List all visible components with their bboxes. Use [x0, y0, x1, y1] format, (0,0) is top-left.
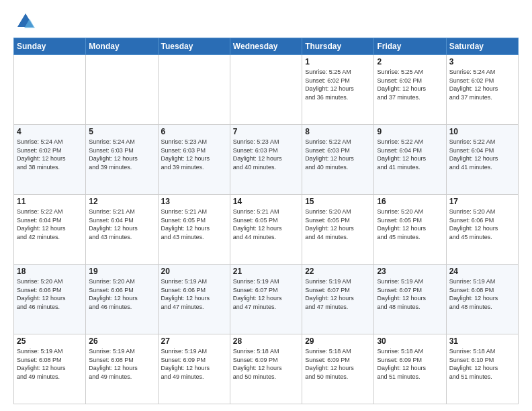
day-info: Sunrise: 5:19 AM Sunset: 6:07 PM Dayligh… — [233, 277, 299, 311]
calendar-cell: 18Sunrise: 5:20 AM Sunset: 6:06 PM Dayli… — [14, 265, 86, 334]
calendar-cell: 9Sunrise: 5:22 AM Sunset: 6:04 PM Daylig… — [374, 125, 446, 195]
weekday-header-sunday: Sunday — [14, 38, 86, 55]
day-info: Sunrise: 5:20 AM Sunset: 6:06 PM Dayligh… — [89, 277, 154, 311]
day-info: Sunrise: 5:20 AM Sunset: 6:06 PM Dayligh… — [17, 277, 83, 311]
calendar-cell: 3Sunrise: 5:24 AM Sunset: 6:02 PM Daylig… — [446, 55, 518, 125]
day-number: 22 — [305, 267, 371, 276]
weekday-header-saturday: Saturday — [446, 38, 518, 55]
day-number: 15 — [305, 197, 371, 206]
day-info: Sunrise: 5:19 AM Sunset: 6:06 PM Dayligh… — [161, 277, 227, 311]
day-number: 30 — [377, 336, 443, 346]
calendar-cell: 21Sunrise: 5:19 AM Sunset: 6:07 PM Dayli… — [230, 265, 302, 334]
week-row-4: 18Sunrise: 5:20 AM Sunset: 6:06 PM Dayli… — [14, 265, 519, 334]
day-number: 25 — [17, 336, 83, 346]
calendar-cell: 8Sunrise: 5:22 AM Sunset: 6:03 PM Daylig… — [302, 125, 374, 195]
day-number: 5 — [89, 127, 154, 136]
week-row-5: 25Sunrise: 5:19 AM Sunset: 6:08 PM Dayli… — [14, 334, 519, 404]
day-number: 27 — [161, 336, 227, 346]
day-info: Sunrise: 5:20 AM Sunset: 6:06 PM Dayligh… — [449, 208, 515, 241]
day-number: 14 — [233, 197, 299, 206]
day-info: Sunrise: 5:21 AM Sunset: 6:04 PM Dayligh… — [89, 208, 154, 241]
calendar-cell: 11Sunrise: 5:22 AM Sunset: 6:04 PM Dayli… — [14, 195, 86, 265]
calendar-cell: 7Sunrise: 5:23 AM Sunset: 6:03 PM Daylig… — [230, 125, 302, 195]
day-number: 2 — [377, 57, 443, 66]
day-number: 23 — [377, 267, 443, 276]
day-info: Sunrise: 5:21 AM Sunset: 6:05 PM Dayligh… — [233, 208, 299, 241]
weekday-header-monday: Monday — [86, 38, 158, 55]
day-info: Sunrise: 5:18 AM Sunset: 6:09 PM Dayligh… — [233, 347, 299, 381]
calendar-cell: 31Sunrise: 5:18 AM Sunset: 6:10 PM Dayli… — [446, 334, 518, 404]
day-info: Sunrise: 5:24 AM Sunset: 6:02 PM Dayligh… — [449, 68, 515, 101]
day-number: 19 — [89, 267, 154, 276]
calendar-cell — [14, 55, 86, 125]
day-info: Sunrise: 5:19 AM Sunset: 6:07 PM Dayligh… — [305, 277, 371, 311]
day-number: 4 — [17, 127, 83, 136]
calendar-cell: 12Sunrise: 5:21 AM Sunset: 6:04 PM Dayli… — [86, 195, 158, 265]
week-row-2: 4Sunrise: 5:24 AM Sunset: 6:02 PM Daylig… — [14, 125, 519, 195]
day-info: Sunrise: 5:23 AM Sunset: 6:03 PM Dayligh… — [233, 138, 299, 171]
day-info: Sunrise: 5:25 AM Sunset: 6:02 PM Dayligh… — [377, 68, 443, 101]
weekday-header-thursday: Thursday — [302, 38, 374, 55]
calendar-cell: 19Sunrise: 5:20 AM Sunset: 6:06 PM Dayli… — [86, 265, 158, 334]
weekday-header-row: SundayMondayTuesdayWednesdayThursdayFrid… — [14, 38, 519, 55]
day-number: 17 — [449, 197, 515, 206]
day-info: Sunrise: 5:25 AM Sunset: 6:02 PM Dayligh… — [305, 68, 371, 101]
calendar-cell: 22Sunrise: 5:19 AM Sunset: 6:07 PM Dayli… — [302, 265, 374, 334]
calendar-cell: 27Sunrise: 5:19 AM Sunset: 6:09 PM Dayli… — [158, 334, 230, 404]
calendar-cell: 6Sunrise: 5:23 AM Sunset: 6:03 PM Daylig… — [158, 125, 230, 195]
header — [13, 12, 519, 31]
calendar-cell: 24Sunrise: 5:19 AM Sunset: 6:08 PM Dayli… — [446, 265, 518, 334]
day-info: Sunrise: 5:24 AM Sunset: 6:02 PM Dayligh… — [17, 138, 83, 171]
day-number: 18 — [17, 267, 83, 276]
week-row-3: 11Sunrise: 5:22 AM Sunset: 6:04 PM Dayli… — [14, 195, 519, 265]
weekday-header-tuesday: Tuesday — [158, 38, 230, 55]
day-info: Sunrise: 5:20 AM Sunset: 6:05 PM Dayligh… — [305, 208, 371, 241]
day-info: Sunrise: 5:24 AM Sunset: 6:03 PM Dayligh… — [89, 138, 154, 171]
day-number: 29 — [305, 336, 371, 346]
day-info: Sunrise: 5:22 AM Sunset: 6:04 PM Dayligh… — [17, 208, 83, 241]
calendar-cell — [158, 55, 230, 125]
day-info: Sunrise: 5:19 AM Sunset: 6:07 PM Dayligh… — [377, 277, 443, 311]
weekday-header-friday: Friday — [374, 38, 446, 55]
calendar-cell: 29Sunrise: 5:18 AM Sunset: 6:09 PM Dayli… — [302, 334, 374, 404]
day-info: Sunrise: 5:19 AM Sunset: 6:08 PM Dayligh… — [89, 347, 154, 381]
calendar-cell — [86, 55, 158, 125]
day-number: 8 — [305, 127, 371, 136]
calendar-cell: 4Sunrise: 5:24 AM Sunset: 6:02 PM Daylig… — [14, 125, 86, 195]
day-info: Sunrise: 5:23 AM Sunset: 6:03 PM Dayligh… — [161, 138, 227, 171]
calendar-cell: 25Sunrise: 5:19 AM Sunset: 6:08 PM Dayli… — [14, 334, 86, 404]
day-number: 7 — [233, 127, 299, 136]
day-number: 3 — [449, 57, 515, 66]
weekday-header-wednesday: Wednesday — [230, 38, 302, 55]
day-info: Sunrise: 5:18 AM Sunset: 6:09 PM Dayligh… — [377, 347, 443, 381]
day-number: 24 — [449, 267, 515, 276]
day-number: 16 — [377, 197, 443, 206]
calendar-cell: 16Sunrise: 5:20 AM Sunset: 6:05 PM Dayli… — [374, 195, 446, 265]
calendar-cell: 14Sunrise: 5:21 AM Sunset: 6:05 PM Dayli… — [230, 195, 302, 265]
day-info: Sunrise: 5:22 AM Sunset: 6:04 PM Dayligh… — [377, 138, 443, 171]
week-row-1: 1Sunrise: 5:25 AM Sunset: 6:02 PM Daylig… — [14, 55, 519, 125]
calendar-cell: 30Sunrise: 5:18 AM Sunset: 6:09 PM Dayli… — [374, 334, 446, 404]
day-info: Sunrise: 5:19 AM Sunset: 6:09 PM Dayligh… — [161, 347, 227, 381]
day-number: 31 — [449, 336, 515, 346]
day-number: 28 — [233, 336, 299, 346]
calendar-cell: 28Sunrise: 5:18 AM Sunset: 6:09 PM Dayli… — [230, 334, 302, 404]
day-info: Sunrise: 5:22 AM Sunset: 6:04 PM Dayligh… — [449, 138, 515, 171]
day-number: 21 — [233, 267, 299, 276]
day-info: Sunrise: 5:22 AM Sunset: 6:03 PM Dayligh… — [305, 138, 371, 171]
calendar-cell: 1Sunrise: 5:25 AM Sunset: 6:02 PM Daylig… — [302, 55, 374, 125]
calendar-cell: 26Sunrise: 5:19 AM Sunset: 6:08 PM Dayli… — [86, 334, 158, 404]
calendar-cell: 5Sunrise: 5:24 AM Sunset: 6:03 PM Daylig… — [86, 125, 158, 195]
day-number: 11 — [17, 197, 83, 206]
calendar-cell: 10Sunrise: 5:22 AM Sunset: 6:04 PM Dayli… — [446, 125, 518, 195]
logo-icon — [16, 12, 35, 31]
day-info: Sunrise: 5:21 AM Sunset: 6:05 PM Dayligh… — [161, 208, 227, 241]
calendar-table: SundayMondayTuesdayWednesdayThursdayFrid… — [13, 38, 519, 404]
day-info: Sunrise: 5:19 AM Sunset: 6:08 PM Dayligh… — [17, 347, 83, 381]
day-number: 9 — [377, 127, 443, 136]
day-number: 6 — [161, 127, 227, 136]
day-number: 26 — [89, 336, 154, 346]
day-info: Sunrise: 5:20 AM Sunset: 6:05 PM Dayligh… — [377, 208, 443, 241]
page: SundayMondayTuesdayWednesdayThursdayFrid… — [0, 0, 532, 411]
calendar-cell: 2Sunrise: 5:25 AM Sunset: 6:02 PM Daylig… — [374, 55, 446, 125]
